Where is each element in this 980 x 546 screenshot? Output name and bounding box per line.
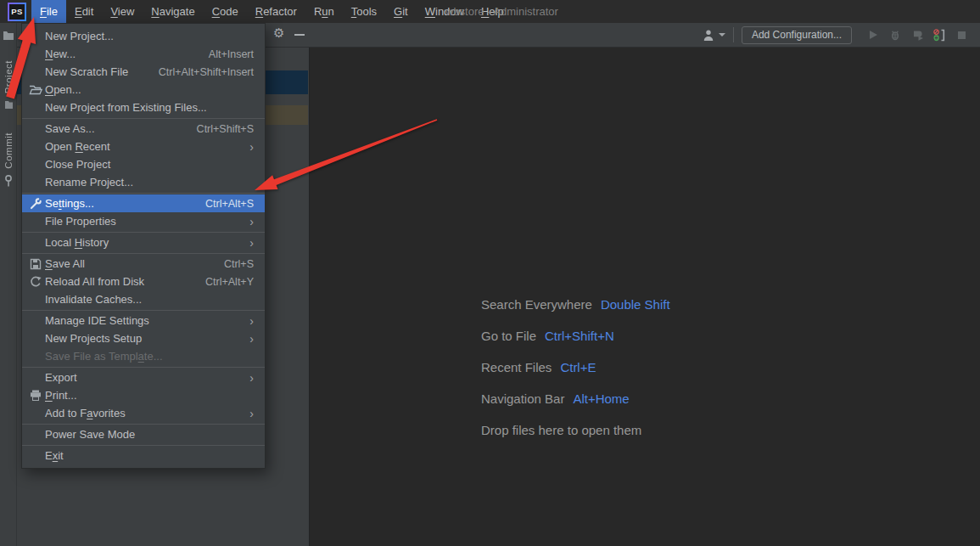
user-icon [701, 24, 716, 46]
submenu-arrow-icon: › [249, 333, 254, 345]
menu-item-new-scratch-file[interactable]: New Scratch File Ctrl+Alt+Shift+Insert [22, 63, 265, 81]
menu-separator [22, 310, 265, 311]
sidebar-item-commit[interactable]: Commit [0, 132, 17, 190]
submenu-arrow-icon: › [249, 216, 254, 228]
menu-separator [22, 253, 265, 254]
menubar-item-file[interactable]: File [31, 0, 66, 23]
refresh-icon [28, 276, 43, 288]
tool-window-stripe: Project Commit [0, 23, 17, 546]
sidebar-item-project[interactable]: Project [0, 60, 17, 113]
hint-go-to-file: Go to FileCtrl+Shift+N [481, 329, 670, 343]
debug-bug-icon[interactable] [884, 24, 906, 46]
menu-item-local-history[interactable]: Local History › [22, 234, 265, 251]
menu-item-add-to-favorites[interactable]: Add to Favorites › [22, 404, 265, 422]
menu-separator [22, 367, 265, 368]
menu-item-open[interactable]: Open... [22, 81, 265, 99]
menubar-item-tools[interactable]: Tools [343, 0, 385, 23]
menu-item-save-file-as-template: Save File as Template... [22, 347, 265, 365]
menu-item-file-properties[interactable]: File Properties › [22, 212, 265, 230]
coverage-icon[interactable] [906, 24, 928, 46]
menu-item-export[interactable]: Export › [22, 369, 265, 386]
submenu-arrow-icon: › [249, 315, 254, 327]
menu-item-settings[interactable]: Settings... Ctrl+Alt+S [22, 194, 265, 212]
menubar-item-refactor[interactable]: Refactor [247, 0, 305, 23]
project-tab-label: Project [3, 60, 14, 93]
phpstorm-logo-icon: PS [8, 3, 26, 21]
menu-item-open-recent[interactable]: Open Recent › [22, 138, 265, 155]
wrench-icon [28, 198, 43, 210]
file-menu-dropdown: New Project... New... Alt+Insert New Scr… [21, 23, 266, 469]
menubar-item-navigate[interactable]: Navigate [143, 0, 203, 23]
menu-item-new-projects-setup[interactable]: New Projects Setup › [22, 329, 265, 347]
submenu-arrow-icon: › [249, 237, 254, 249]
menu-item-new-project[interactable]: New Project... [22, 27, 265, 45]
menu-separator [22, 445, 265, 446]
menubar: FileEditViewNavigateCodeRefactorRunTools… [31, 0, 512, 23]
hint-search-everywhere: Search EverywhereDouble Shift [481, 297, 670, 312]
hint-navigation-bar: Navigation BarAlt+Home [481, 391, 670, 406]
chevron-down-icon [719, 33, 725, 37]
menu-item-manage-ide-settings[interactable]: Manage IDE Settings › [22, 312, 265, 329]
submenu-arrow-icon: › [249, 408, 254, 419]
stop-icon[interactable] [950, 24, 972, 46]
printer-icon [28, 390, 43, 401]
menubar-item-view[interactable]: View [102, 0, 143, 23]
menu-separator [22, 424, 265, 425]
menu-item-save-all[interactable]: Save All Ctrl+S [22, 255, 265, 273]
submenu-arrow-icon: › [249, 372, 254, 384]
menubar-item-run[interactable]: Run [305, 0, 343, 23]
floppy-icon [28, 258, 43, 270]
menu-item-power-save-mode[interactable]: Power Save Mode [22, 425, 265, 443]
commit-icon [3, 173, 14, 190]
menu-item-rename-project[interactable]: Rename Project... [22, 173, 265, 191]
menu-item-new[interactable]: New... Alt+Insert [22, 45, 265, 63]
menu-item-reload-all-from-disk[interactable]: Reload All from Disk Ctrl+Alt+Y [22, 273, 265, 290]
menu-separator [22, 232, 265, 233]
menu-item-exit[interactable]: Exit [22, 447, 265, 464]
editor-shortcut-hints: Search EverywhereDouble Shift Go to File… [481, 297, 670, 454]
commit-tab-label: Commit [3, 132, 14, 169]
gear-icon[interactable]: ⚙ [273, 26, 284, 39]
toolbar-divider [733, 27, 734, 42]
menubar-item-code[interactable]: Code [204, 0, 247, 23]
menu-separator [22, 193, 265, 194]
menu-item-save-as[interactable]: Save As... Ctrl+Shift+S [22, 120, 265, 138]
menubar-item-edit[interactable]: Edit [66, 0, 102, 23]
menu-item-close-project[interactable]: Close Project [22, 155, 265, 173]
submenu-arrow-icon: › [249, 141, 254, 153]
menu-item-new-project-from-existing-files[interactable]: New Project from Existing Files... [22, 99, 265, 116]
folder-open-icon [28, 84, 43, 95]
minimize-icon[interactable] [294, 34, 305, 36]
folder-icon [0, 31, 17, 41]
titlebar: PS FileEditViewNavigateCodeRefactorRunTo… [0, 0, 980, 23]
add-configuration-button[interactable]: Add Configuration... [742, 26, 852, 44]
profiler-icon[interactable] [928, 24, 950, 46]
window-title: wbstore - Administrator [445, 0, 558, 23]
menubar-item-git[interactable]: Git [385, 0, 417, 23]
menu-item-print[interactable]: Print... [22, 386, 265, 404]
hint-recent-files: Recent FilesCtrl+E [481, 360, 670, 374]
phpstorm-logo-text: PS [9, 4, 25, 20]
toolbar-right-cluster: Add Configuration... [699, 23, 972, 47]
phpstorm-window: { "app": { "logo_text": "PS", "window_ti… [0, 0, 980, 546]
hint-drop-files-here-to-open-them: Drop files here to open them [481, 423, 670, 437]
menu-item-invalidate-caches[interactable]: Invalidate Caches... [22, 290, 265, 308]
project-tab-icon [4, 98, 14, 113]
menu-separator [22, 118, 265, 119]
user-account-button[interactable] [699, 22, 727, 48]
run-play-icon[interactable] [862, 24, 884, 46]
